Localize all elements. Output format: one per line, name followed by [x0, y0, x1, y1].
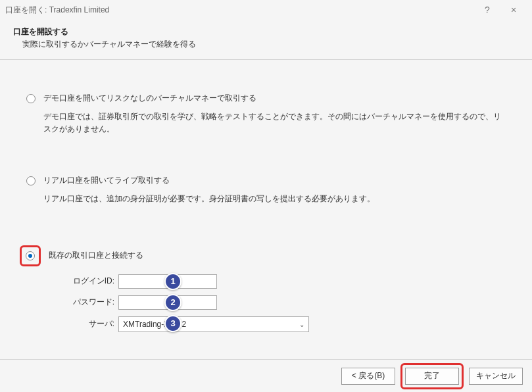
server-label: サーバ: — [53, 318, 118, 330]
finish-button[interactable]: 完了 — [405, 368, 459, 385]
option-demo: デモ口座を開いてリスクなしのバーチャルマネーで取引する デモ口座では、証券取引所… — [26, 93, 506, 135]
real-description: リアル口座では、追加の身分証明が必要です。身分証明書の写しを提出する必要がありま… — [43, 193, 506, 205]
dialog-body: デモ口座を開いてリスクなしのバーチャルマネーで取引する デモ口座では、証券取引所… — [0, 60, 532, 352]
header-title: 口座を開設する — [13, 26, 519, 37]
dialog-footer: < 戻る(B) 完了 キャンセル — [0, 359, 532, 392]
server-select[interactable]: XMTrading-MT5 2 ⌄ — [118, 316, 309, 332]
option-existing: 既存の取引口座と接続する ログインID: 1 パスワード: 2 サーバ: XMT… — [26, 245, 506, 332]
titlebar: 口座を開く: Tradexfin Limited ? × — [0, 0, 532, 20]
annotation-badge-1: 1 — [164, 273, 181, 290]
radio-highlight-annotation — [20, 245, 41, 266]
radio-real[interactable] — [26, 176, 36, 185]
header-subtitle: 実際に取引するかバーチャルマネーで経験を得る — [13, 39, 519, 50]
radio-demo-label: デモ口座を開いてリスクなしのバーチャルマネーで取引する — [43, 93, 256, 104]
radio-existing[interactable] — [26, 251, 35, 260]
radio-existing-label: 既存の取引口座と接続する — [49, 250, 143, 261]
finish-highlight-annotation: 完了 — [400, 363, 464, 389]
chevron-down-icon: ⌄ — [299, 320, 304, 328]
demo-description: デモ口座では、証券取引所での取引を学び、戦略をテストすることができます。その間に… — [43, 110, 506, 135]
radio-real-label: リアル口座を開いてライブ取引する — [43, 175, 170, 186]
window-title: 口座を開く: Tradexfin Limited — [5, 5, 474, 16]
annotation-badge-3: 3 — [164, 315, 181, 332]
help-button[interactable]: ? — [474, 0, 500, 20]
cancel-button[interactable]: キャンセル — [469, 368, 523, 385]
annotation-badge-2: 2 — [164, 294, 181, 311]
login-label: ログインID: — [53, 276, 118, 287]
dialog-header: 口座を開設する 実際に取引するかバーチャルマネーで経験を得る — [0, 20, 532, 60]
password-label: パスワード: — [53, 297, 118, 308]
back-button[interactable]: < 戻る(B) — [341, 368, 395, 385]
radio-demo[interactable] — [26, 94, 36, 103]
existing-form: ログインID: 1 パスワード: 2 サーバ: XMTrading-MT5 2 … — [53, 274, 506, 332]
option-real: リアル口座を開いてライブ取引する リアル口座では、追加の身分証明が必要です。身分… — [26, 175, 506, 205]
close-button[interactable]: × — [500, 0, 527, 20]
